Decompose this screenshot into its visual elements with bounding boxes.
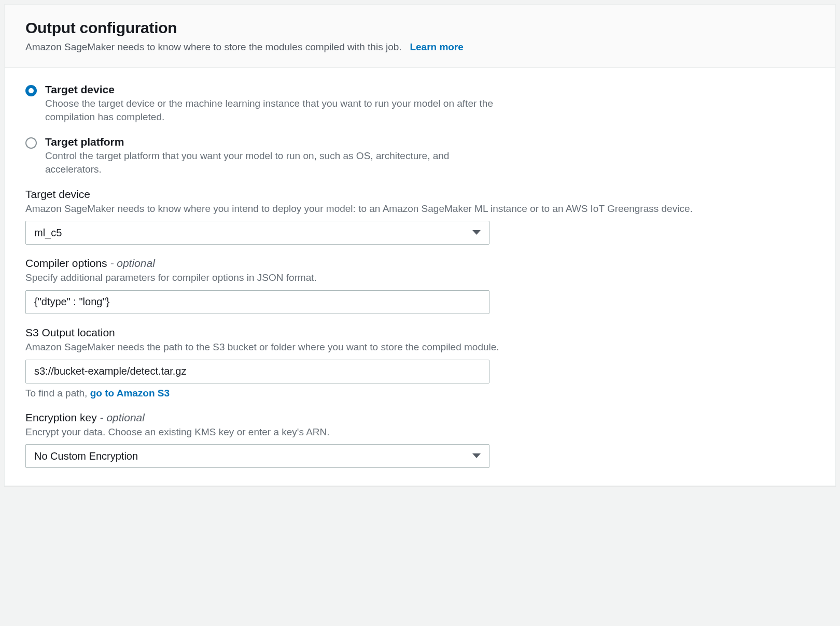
- radio-indicator: [25, 137, 37, 149]
- panel-subtitle: Amazon SageMaker needs to know where to …: [25, 40, 815, 55]
- radio-label: Target platform: [45, 136, 501, 148]
- radio-target-platform[interactable]: Target platform Control the target platf…: [25, 136, 815, 177]
- target-radio-group: Target device Choose the target device o…: [25, 83, 815, 177]
- panel-header: Output configuration Amazon SageMaker ne…: [5, 5, 835, 68]
- radio-target-device[interactable]: Target device Choose the target device o…: [25, 83, 815, 124]
- s3-hint: To find a path, go to Amazon S3: [25, 388, 815, 399]
- field-encryption-key: Encryption key - optional Encrypt your d…: [25, 411, 815, 468]
- radio-desc: Control the target platform that you wan…: [45, 149, 501, 177]
- learn-more-link[interactable]: Learn more: [410, 41, 463, 52]
- label-text: Compiler options: [25, 257, 107, 269]
- field-target-device: Target device Amazon SageMaker needs to …: [25, 188, 815, 245]
- field-label: Compiler options - optional: [25, 257, 815, 269]
- output-configuration-panel: Output configuration Amazon SageMaker ne…: [4, 4, 836, 486]
- panel-body: Target device Choose the target device o…: [5, 68, 835, 486]
- field-label: Encryption key - optional: [25, 411, 815, 424]
- go-to-s3-link[interactable]: go to Amazon S3: [90, 388, 170, 399]
- select-value: No Custom Encryption: [34, 450, 138, 462]
- field-label: S3 Output location: [25, 326, 815, 339]
- field-label: Target device: [25, 188, 815, 201]
- field-compiler-options: Compiler options - optional Specify addi…: [25, 257, 815, 314]
- radio-label: Target device: [45, 83, 501, 96]
- optional-suffix: - optional: [107, 257, 155, 269]
- field-desc: Amazon SageMaker needs to know where you…: [25, 202, 815, 216]
- hint-prefix: To find a path,: [25, 388, 90, 399]
- radio-indicator-selected: [25, 85, 37, 96]
- radio-content: Target device Choose the target device o…: [45, 83, 501, 124]
- panel-title: Output configuration: [25, 19, 815, 37]
- compiler-options-input[interactable]: [25, 290, 489, 314]
- radio-content: Target platform Control the target platf…: [45, 136, 501, 177]
- target-device-select[interactable]: ml_c5: [25, 221, 489, 245]
- field-desc: Encrypt your data. Choose an existing KM…: [25, 425, 815, 439]
- s3-output-input[interactable]: [25, 360, 489, 383]
- field-s3-output: S3 Output location Amazon SageMaker need…: [25, 326, 815, 399]
- optional-suffix: - optional: [97, 411, 145, 423]
- field-desc: Amazon SageMaker needs the path to the S…: [25, 340, 815, 354]
- field-desc: Specify additional parameters for compil…: [25, 271, 815, 285]
- encryption-key-select[interactable]: No Custom Encryption: [25, 444, 489, 468]
- select-container: ml_c5: [25, 221, 489, 245]
- panel-subtitle-text: Amazon SageMaker needs to know where to …: [25, 41, 402, 52]
- radio-desc: Choose the target device or the machine …: [45, 97, 501, 124]
- select-value: ml_c5: [34, 227, 62, 239]
- label-text: Encryption key: [25, 411, 97, 423]
- select-container: No Custom Encryption: [25, 444, 489, 468]
